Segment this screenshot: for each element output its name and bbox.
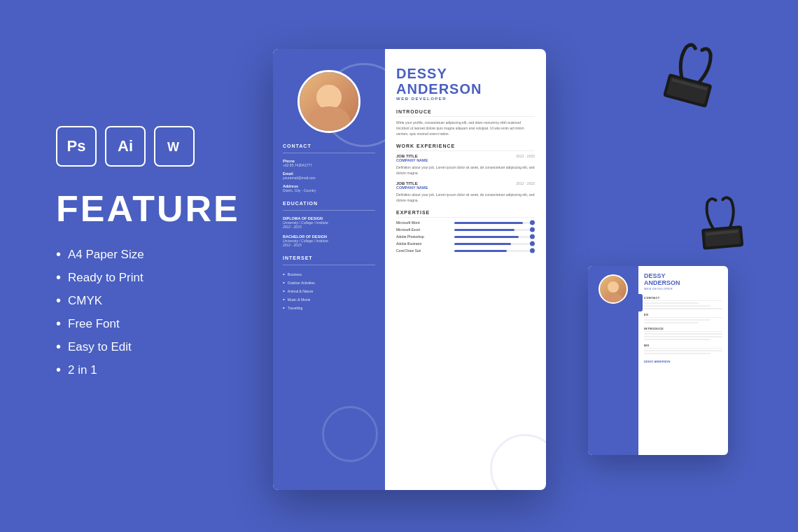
introduce-text: Write your profile, consectetuer adipisc… [396, 120, 535, 136]
thumb-line-2 [644, 305, 710, 307]
resume-name: DESSY ANDERSON [396, 66, 535, 97]
contact-email: Email youremail@mail.com [283, 172, 375, 180]
word-icon: W [154, 126, 195, 167]
feature-section: Ps Ai W FEATURE A4 Paper Size Ready to P… [56, 126, 240, 385]
contact-phone: Phone +62 85 743041777 [283, 159, 375, 167]
thumb-line-8 [644, 339, 710, 340]
thumb-footer-name: DESSY ANDERSON [644, 360, 722, 363]
introduce-title: INTRODUCE [396, 109, 535, 117]
skills-list: Microsoft Word Microsoft Excel Adobe Pho… [396, 220, 535, 253]
illustrator-icon: Ai [105, 126, 146, 167]
thumb-line-6 [644, 333, 722, 335]
thumb-work-title: WO [644, 344, 722, 349]
interest-item-4: Music & Movie [283, 296, 375, 302]
work-experience-title: WORK EXPERIENCE [396, 144, 535, 151]
feature-item-3: CMYK [56, 293, 240, 309]
thumb-line-5 [644, 322, 699, 323]
skill-item-1: Microsoft Excel [396, 227, 535, 232]
feature-item-4: Free Font [56, 316, 240, 332]
software-icons: Ps Ai W [56, 126, 240, 167]
thumb-line-4 [644, 319, 710, 321]
education-divider [283, 210, 375, 211]
feature-list: A4 Paper Size Ready to Print CMYK Free F… [56, 246, 240, 378]
skill-item-4: Corel Draw Suit [396, 248, 535, 253]
resume-thumbnail: DESSY ANDERSON WEB DEVELOPER CONTACT ED … [588, 266, 728, 455]
feature-item-5: Easy to Edit [56, 339, 240, 355]
thumb-edu-title: ED [644, 313, 722, 318]
skill-item-2: Adobe Photoshop [396, 234, 535, 239]
skill-item-0: Microsoft Word [396, 220, 535, 225]
interest-divider [283, 265, 375, 265]
interest-item-3: Animal & Nature [283, 288, 375, 294]
thumb-line-1 [644, 302, 699, 304]
feature-item-1: A4 Paper Size [56, 246, 240, 262]
binder-clip-1 [659, 36, 720, 103]
feature-item-2: Ready to Print [56, 270, 240, 286]
feature-title: FEATURE [56, 188, 240, 230]
thumb-job-title: WEB DEVELOPER [644, 287, 722, 290]
thumb-right-panel: DESSY ANDERSON WEB DEVELOPER CONTACT ED … [638, 266, 728, 455]
thumb-name: DESSY ANDERSON [644, 273, 722, 287]
bottom-decorative-circle [490, 434, 546, 490]
contact-divider [283, 153, 375, 153]
profile-photo [298, 70, 360, 133]
work-item-1: JOB TITLE 2012 - 2015 COMPANY NAME Defin… [396, 154, 535, 176]
edu-item-1: DIPLOMA OF DESIGN University / College /… [283, 216, 375, 229]
interest-item-5: Travelling [283, 304, 375, 311]
thumb-introduce-title: INTRODUCE [644, 327, 722, 332]
interest-section-title: INTERSET [283, 255, 375, 260]
svg-text:W: W [167, 140, 179, 154]
resume-card: CONTACT Phone +62 85 743041777 Email you… [273, 49, 546, 490]
thumb-profile-photo [598, 274, 628, 304]
skill-item-3: Adobe Illustrator [396, 241, 535, 246]
interest-item-2: Outdoor Activities [283, 279, 375, 286]
feature-item-6: 2 in 1 [56, 362, 240, 378]
binder-clip-2 [694, 195, 741, 247]
interest-item-1: Business [283, 271, 375, 277]
thumb-line-7 [644, 336, 722, 337]
resume-left-panel: CONTACT Phone +62 85 743041777 Email you… [273, 49, 385, 490]
contact-address: Address Distric, City - Country [283, 184, 375, 192]
expertise-title: EXPERTISE [396, 210, 535, 218]
thumb-left-panel [588, 266, 638, 455]
profile-placeholder [300, 72, 358, 131]
thumb-line-9 [644, 350, 722, 351]
edu-item-2: BACHELOR OF DESIGN University / College … [283, 234, 375, 247]
work-item-2: JOB TITLE 2012 - 2015 COMPANY NAME Defin… [396, 181, 535, 203]
resume-job-title: WEB DEVELOPER [396, 97, 535, 101]
photoshop-icon: Ps [56, 126, 97, 167]
thumb-tab [638, 294, 643, 312]
thumb-line-10 [644, 353, 710, 354]
education-section-title: EDUCATION [283, 201, 375, 206]
resume-right-panel: DESSY ANDERSON WEB DEVELOPER INTRODUCE W… [385, 49, 546, 490]
thumb-line-3 [644, 308, 722, 309]
thumb-contact-title: CONTACT [644, 296, 722, 301]
decorative-circle-2 [322, 406, 378, 462]
